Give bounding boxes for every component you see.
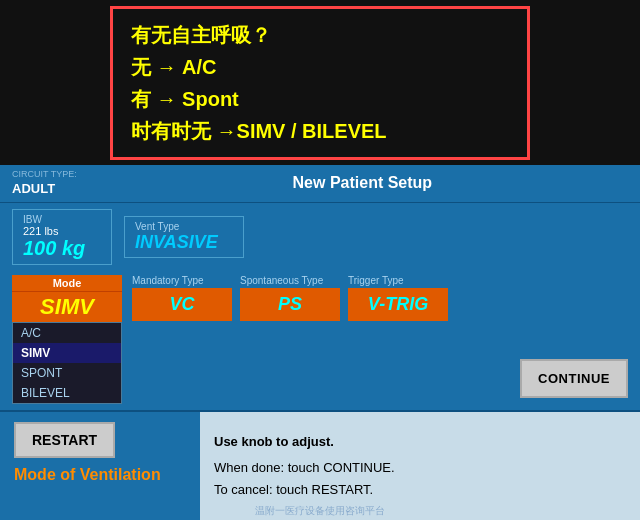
mode-item-bilevel[interactable]: BILEVEL xyxy=(13,383,121,403)
ibw-label: IBW xyxy=(23,214,101,225)
info-line3: 有 → Spont xyxy=(131,83,509,115)
mandatory-type-btn[interactable]: VC xyxy=(132,288,232,321)
trigger-type-group: Trigger Type V-TRIG xyxy=(348,275,448,321)
mode-label: Mode xyxy=(12,275,122,291)
vent-type-box: Vent Type INVASIVE xyxy=(124,216,244,258)
restart-button[interactable]: RESTART xyxy=(14,422,115,458)
vent-type-label: Vent Type xyxy=(135,221,233,232)
mode-item-ac[interactable]: A/C xyxy=(13,323,121,343)
row1: IBW 221 lbs 100 kg Vent Type INVASIVE xyxy=(0,203,640,271)
bottom-left: RESTART Mode of Ventilation xyxy=(0,412,200,520)
watermark: 温附一医疗设备使用咨询平台 xyxy=(255,504,385,518)
spontaneous-type-label: Spontaneous Type xyxy=(240,275,340,286)
circuit-type-label: CIRCUIT TYPE: xyxy=(12,169,77,181)
header-bar: CIRCUIT TYPE: ADULT New Patient Setup xyxy=(0,165,640,203)
mandatory-type-group: Mandatory Type VC xyxy=(132,275,232,321)
circuit-type: CIRCUIT TYPE: ADULT xyxy=(12,169,77,198)
spontaneous-type-group: Spontaneous Type PS xyxy=(240,275,340,321)
instruction-line2: When done: touch CONTINUE. xyxy=(214,457,626,479)
mode-of-ventilation: Mode of Ventilation xyxy=(14,466,161,484)
instruction-text: Use knob to adjust. When done: touch CON… xyxy=(214,431,626,501)
info-line4: 时有时无 →SIMV / BILEVEL xyxy=(131,115,509,147)
mode-item-spont[interactable]: SPONT xyxy=(13,363,121,383)
mode-list: A/C SIMV SPONT BILEVEL xyxy=(12,322,122,404)
top-section: 有无自主呼吸？ 无 → A/C 有 → Spont 时有时无 →SIMV / B… xyxy=(0,0,640,165)
info-line2: 无 → A/C xyxy=(131,51,509,83)
continue-button[interactable]: CONTINUE xyxy=(520,359,628,398)
main-panel: CIRCUIT TYPE: ADULT New Patient Setup IB… xyxy=(0,165,640,410)
instruction-line1: Use knob to adjust. xyxy=(214,431,626,453)
info-line1: 有无自主呼吸？ xyxy=(131,19,509,51)
ibw-box: IBW 221 lbs 100 kg xyxy=(12,209,112,265)
trigger-type-label: Trigger Type xyxy=(348,275,448,286)
instruction-line3: To cancel: touch RESTART. xyxy=(214,479,626,501)
spontaneous-type-btn[interactable]: PS xyxy=(240,288,340,321)
mode-value: SIMV xyxy=(12,291,122,322)
mode-section: Mode SIMV A/C SIMV SPONT BILEVEL xyxy=(12,275,122,404)
circuit-type-value: ADULT xyxy=(12,181,77,198)
ibw-kg: 100 kg xyxy=(23,237,101,260)
header-title: New Patient Setup xyxy=(97,174,628,192)
type-buttons: Mandatory Type VC Spontaneous Type PS Tr… xyxy=(132,275,628,321)
ibw-lbs: 221 lbs xyxy=(23,225,101,237)
info-box: 有无自主呼吸？ 无 → A/C 有 → Spont 时有时无 →SIMV / B… xyxy=(110,6,530,160)
mandatory-type-label: Mandatory Type xyxy=(132,275,232,286)
vent-type-value: INVASIVE xyxy=(135,232,233,253)
mode-item-simv[interactable]: SIMV xyxy=(13,343,121,363)
trigger-type-btn[interactable]: V-TRIG xyxy=(348,288,448,321)
